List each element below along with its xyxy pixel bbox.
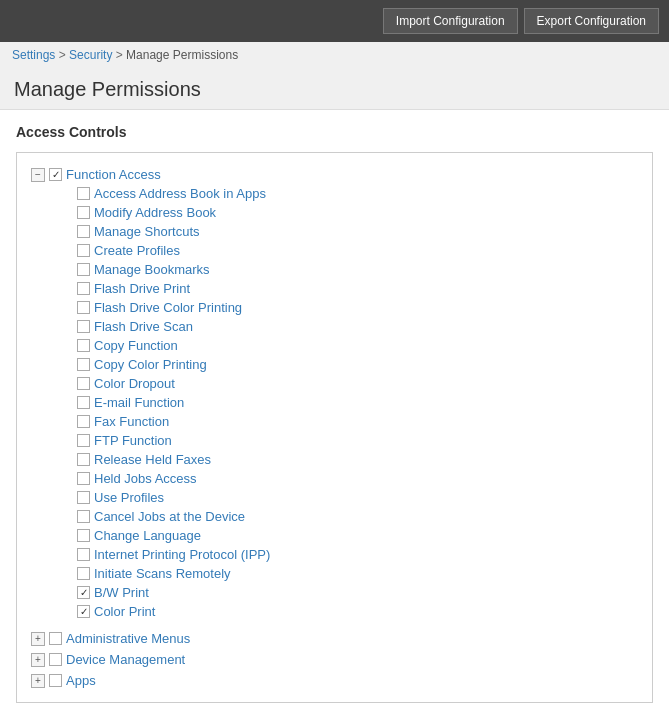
item-label-4[interactable]: Manage Bookmarks bbox=[94, 262, 210, 277]
expand-icon-1[interactable]: + bbox=[31, 653, 45, 667]
item-checkbox-22[interactable] bbox=[77, 605, 90, 618]
function-access-item: Release Held Faxes bbox=[59, 450, 638, 469]
item-checkbox-13[interactable] bbox=[77, 434, 90, 447]
function-access-item: Color Print bbox=[59, 602, 638, 621]
item-checkbox-9[interactable] bbox=[77, 358, 90, 371]
function-access-item: Change Language bbox=[59, 526, 638, 545]
item-checkbox-1[interactable] bbox=[77, 206, 90, 219]
item-checkbox-20[interactable] bbox=[77, 567, 90, 580]
bottom-label-0[interactable]: Administrative Menus bbox=[66, 631, 190, 646]
function-access-item: Internet Printing Protocol (IPP) bbox=[59, 545, 638, 564]
function-access-row: − Function Access bbox=[31, 165, 638, 184]
function-access-children: Access Address Book in AppsModify Addres… bbox=[59, 184, 638, 621]
top-bar: Import Configuration Export Configuratio… bbox=[0, 0, 669, 42]
function-access-item: FTP Function bbox=[59, 431, 638, 450]
function-access-item: Manage Bookmarks bbox=[59, 260, 638, 279]
item-checkbox-2[interactable] bbox=[77, 225, 90, 238]
bottom-item-1: +Device Management bbox=[31, 650, 638, 669]
bottom-item-0: +Administrative Menus bbox=[31, 629, 638, 648]
item-checkbox-18[interactable] bbox=[77, 529, 90, 542]
import-config-button[interactable]: Import Configuration bbox=[383, 8, 518, 34]
item-checkbox-7[interactable] bbox=[77, 320, 90, 333]
item-label-17[interactable]: Cancel Jobs at the Device bbox=[94, 509, 245, 524]
item-label-6[interactable]: Flash Drive Color Printing bbox=[94, 300, 242, 315]
function-access-collapse[interactable]: − bbox=[31, 168, 45, 182]
item-label-21[interactable]: B/W Print bbox=[94, 585, 149, 600]
breadcrumb-current: Manage Permissions bbox=[126, 48, 238, 62]
item-label-19[interactable]: Internet Printing Protocol (IPP) bbox=[94, 547, 270, 562]
function-access-item: Color Dropout bbox=[59, 374, 638, 393]
item-label-12[interactable]: Fax Function bbox=[94, 414, 169, 429]
function-access-item: Flash Drive Print bbox=[59, 279, 638, 298]
bottom-checkbox-1[interactable] bbox=[49, 653, 62, 666]
function-access-item: Fax Function bbox=[59, 412, 638, 431]
function-access-item: Cancel Jobs at the Device bbox=[59, 507, 638, 526]
function-access-item: Modify Address Book bbox=[59, 203, 638, 222]
page-title: Manage Permissions bbox=[0, 68, 669, 110]
function-access-label[interactable]: Function Access bbox=[66, 167, 161, 182]
function-access-item: Flash Drive Color Printing bbox=[59, 298, 638, 317]
item-checkbox-0[interactable] bbox=[77, 187, 90, 200]
item-checkbox-5[interactable] bbox=[77, 282, 90, 295]
item-label-10[interactable]: Color Dropout bbox=[94, 376, 175, 391]
permissions-panel: − Function Access Access Address Book in… bbox=[16, 152, 653, 703]
item-label-20[interactable]: Initiate Scans Remotely bbox=[94, 566, 231, 581]
item-label-3[interactable]: Create Profiles bbox=[94, 243, 180, 258]
item-checkbox-4[interactable] bbox=[77, 263, 90, 276]
function-access-item: Copy Color Printing bbox=[59, 355, 638, 374]
item-label-8[interactable]: Copy Function bbox=[94, 338, 178, 353]
function-access-item: E-mail Function bbox=[59, 393, 638, 412]
item-checkbox-8[interactable] bbox=[77, 339, 90, 352]
item-label-13[interactable]: FTP Function bbox=[94, 433, 172, 448]
export-config-button[interactable]: Export Configuration bbox=[524, 8, 659, 34]
bottom-section: +Administrative Menus+Device Management+… bbox=[31, 629, 638, 690]
function-access-item: Held Jobs Access bbox=[59, 469, 638, 488]
item-checkbox-16[interactable] bbox=[77, 491, 90, 504]
item-checkbox-14[interactable] bbox=[77, 453, 90, 466]
function-access-checkbox[interactable] bbox=[49, 168, 62, 181]
breadcrumb: Settings > Security > Manage Permissions bbox=[0, 42, 669, 68]
item-checkbox-19[interactable] bbox=[77, 548, 90, 561]
expand-icon-0[interactable]: + bbox=[31, 632, 45, 646]
item-label-18[interactable]: Change Language bbox=[94, 528, 201, 543]
bottom-item-2: +Apps bbox=[31, 671, 638, 690]
access-controls-title: Access Controls bbox=[16, 124, 653, 140]
function-access-item: Initiate Scans Remotely bbox=[59, 564, 638, 583]
item-label-14[interactable]: Release Held Faxes bbox=[94, 452, 211, 467]
item-checkbox-6[interactable] bbox=[77, 301, 90, 314]
item-label-0[interactable]: Access Address Book in Apps bbox=[94, 186, 266, 201]
bottom-label-2[interactable]: Apps bbox=[66, 673, 96, 688]
function-access-item: Copy Function bbox=[59, 336, 638, 355]
item-label-7[interactable]: Flash Drive Scan bbox=[94, 319, 193, 334]
function-access-item: Flash Drive Scan bbox=[59, 317, 638, 336]
bottom-label-1[interactable]: Device Management bbox=[66, 652, 185, 667]
item-label-9[interactable]: Copy Color Printing bbox=[94, 357, 207, 372]
item-label-2[interactable]: Manage Shortcuts bbox=[94, 224, 200, 239]
item-label-16[interactable]: Use Profiles bbox=[94, 490, 164, 505]
item-checkbox-11[interactable] bbox=[77, 396, 90, 409]
function-access-item: Use Profiles bbox=[59, 488, 638, 507]
function-access-item: Manage Shortcuts bbox=[59, 222, 638, 241]
expand-icon-2[interactable]: + bbox=[31, 674, 45, 688]
function-access-item: Create Profiles bbox=[59, 241, 638, 260]
item-label-1[interactable]: Modify Address Book bbox=[94, 205, 216, 220]
item-label-11[interactable]: E-mail Function bbox=[94, 395, 184, 410]
breadcrumb-security[interactable]: Security bbox=[69, 48, 112, 62]
item-checkbox-17[interactable] bbox=[77, 510, 90, 523]
item-label-22[interactable]: Color Print bbox=[94, 604, 155, 619]
bottom-checkbox-0[interactable] bbox=[49, 632, 62, 645]
item-label-15[interactable]: Held Jobs Access bbox=[94, 471, 197, 486]
item-checkbox-15[interactable] bbox=[77, 472, 90, 485]
item-checkbox-3[interactable] bbox=[77, 244, 90, 257]
item-checkbox-10[interactable] bbox=[77, 377, 90, 390]
function-access-item: B/W Print bbox=[59, 583, 638, 602]
breadcrumb-settings[interactable]: Settings bbox=[12, 48, 55, 62]
item-checkbox-12[interactable] bbox=[77, 415, 90, 428]
bottom-checkbox-2[interactable] bbox=[49, 674, 62, 687]
function-access-item: Access Address Book in Apps bbox=[59, 184, 638, 203]
item-checkbox-21[interactable] bbox=[77, 586, 90, 599]
item-label-5[interactable]: Flash Drive Print bbox=[94, 281, 190, 296]
